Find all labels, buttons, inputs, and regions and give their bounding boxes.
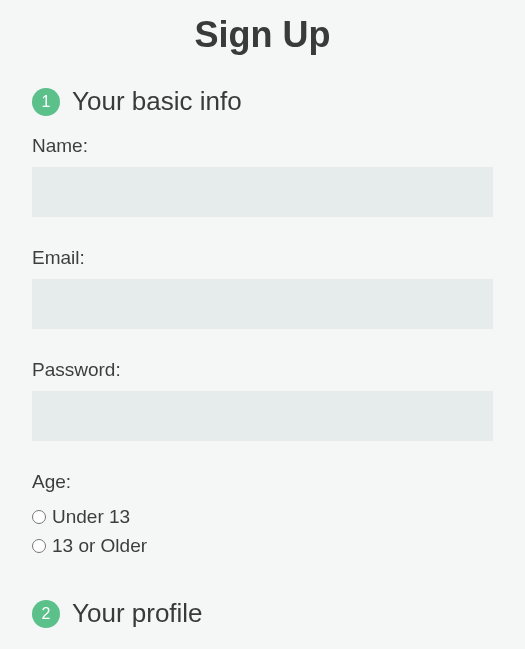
password-label: Password:	[32, 359, 493, 381]
page-title: Sign Up	[32, 0, 493, 86]
age-label: Age:	[32, 471, 493, 493]
password-input[interactable]	[32, 391, 493, 441]
name-input[interactable]	[32, 167, 493, 217]
age-option-label: Under 13	[52, 503, 130, 532]
email-input[interactable]	[32, 279, 493, 329]
step-badge-1: 1	[32, 88, 60, 116]
age-option-13-or-older[interactable]: 13 or Older	[32, 532, 493, 561]
age-radio-under-13[interactable]	[32, 510, 46, 524]
age-option-label: 13 or Older	[52, 532, 147, 561]
age-option-under-13[interactable]: Under 13	[32, 503, 493, 532]
section-header-your-profile: 2 Your profile	[32, 598, 493, 629]
email-label: Email:	[32, 247, 493, 269]
age-radio-13-or-older[interactable]	[32, 539, 46, 553]
section-title-basic-info: Your basic info	[72, 86, 242, 117]
section-header-basic-info: 1 Your basic info	[32, 86, 493, 117]
name-label: Name:	[32, 135, 493, 157]
section-title-your-profile: Your profile	[72, 598, 203, 629]
step-badge-2: 2	[32, 600, 60, 628]
